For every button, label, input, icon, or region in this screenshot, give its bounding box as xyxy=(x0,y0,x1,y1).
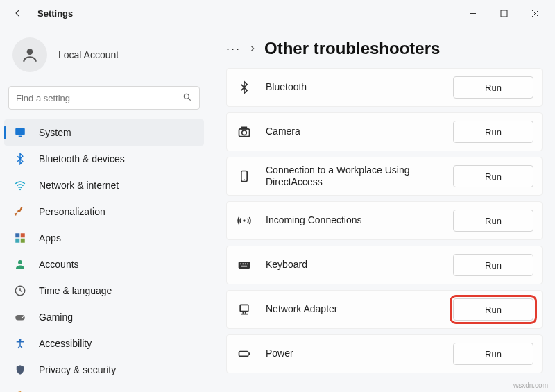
nav-list: SystemBluetooth & devicesNetwork & inter… xyxy=(4,119,204,392)
svg-rect-37 xyxy=(239,352,248,357)
troubleshooter-row-keyboard: KeyboardRun xyxy=(226,246,543,284)
breadcrumb: ··· Other troubleshooters xyxy=(226,39,543,58)
camera-icon xyxy=(235,123,253,141)
nav-item-label: Accounts xyxy=(39,259,79,270)
phone-icon xyxy=(235,167,253,185)
svg-rect-38 xyxy=(249,352,250,355)
svg-rect-7 xyxy=(15,128,25,135)
svg-rect-30 xyxy=(245,264,246,265)
svg-point-26 xyxy=(243,219,245,221)
search-box[interactable] xyxy=(8,86,200,110)
shield-icon xyxy=(12,362,28,377)
run-button-camera[interactable]: Run xyxy=(453,121,533,143)
back-button[interactable] xyxy=(8,3,28,23)
apps-icon xyxy=(12,230,28,246)
nav-item-privacy-security[interactable]: Privacy & security xyxy=(4,357,204,383)
svg-point-20 xyxy=(19,339,22,341)
troubleshooter-label: Camera xyxy=(266,126,453,138)
svg-point-15 xyxy=(18,260,22,264)
minimize-button[interactable] xyxy=(457,3,488,24)
nav-item-apps[interactable]: Apps xyxy=(4,225,204,251)
search-input[interactable] xyxy=(16,93,182,103)
troubleshooter-label: Network Adapter xyxy=(266,303,453,316)
nav-item-system[interactable]: System xyxy=(4,119,204,146)
account-header[interactable]: Local Account xyxy=(4,31,204,86)
chevron-right-icon xyxy=(249,43,256,54)
svg-rect-31 xyxy=(247,264,248,265)
brush-icon xyxy=(12,204,28,219)
page-title: Other troubleshooters xyxy=(264,39,440,58)
keyboard-icon xyxy=(235,256,253,274)
nav-item-time-language[interactable]: Time & language xyxy=(4,278,204,304)
nav-item-label: Privacy & security xyxy=(39,364,116,375)
sidebar: Local Account SystemBluetooth & devicesN… xyxy=(0,26,208,392)
nav-item-windows-update[interactable]: Windows Update xyxy=(4,383,204,392)
monitor-icon xyxy=(12,125,28,140)
run-button-keyboard[interactable]: Run xyxy=(453,254,533,276)
svg-rect-12 xyxy=(21,233,25,237)
nav-item-label: Personalization xyxy=(39,206,105,217)
run-button-power[interactable]: Run xyxy=(453,343,533,365)
nav-item-label: Accessibility xyxy=(39,338,92,349)
troubleshooter-row-bluetooth: BluetoothRun xyxy=(226,68,543,107)
nav-item-bluetooth-devices[interactable]: Bluetooth & devices xyxy=(4,146,204,172)
titlebar: Settings xyxy=(0,0,555,26)
nav-item-accounts[interactable]: Accounts xyxy=(4,251,204,278)
gamepad-icon xyxy=(12,309,28,325)
svg-line-6 xyxy=(189,98,191,100)
nav-item-label: Apps xyxy=(39,232,61,244)
account-name: Local Account xyxy=(58,49,119,60)
window-title: Settings xyxy=(37,8,73,19)
svg-rect-11 xyxy=(15,233,19,237)
svg-point-9 xyxy=(19,189,21,190)
bluetooth-icon xyxy=(235,78,253,96)
watermark: wsxdn.com xyxy=(513,382,548,389)
troubleshooter-row-power: PowerRun xyxy=(226,334,543,373)
breadcrumb-more-button[interactable]: ··· xyxy=(226,42,241,56)
clock-icon xyxy=(12,283,28,298)
maximize-button[interactable] xyxy=(488,3,520,24)
nav-item-label: Bluetooth & devices xyxy=(39,153,125,164)
svg-point-19 xyxy=(23,316,24,317)
update-icon xyxy=(12,389,28,392)
nav-item-label: Network & internet xyxy=(39,180,119,191)
svg-point-4 xyxy=(27,49,33,55)
troubleshooter-row-network-adapter: Network AdapterRun xyxy=(226,290,543,329)
svg-point-5 xyxy=(184,94,189,99)
network-adapter-icon xyxy=(235,300,253,318)
svg-rect-1 xyxy=(501,10,507,17)
troubleshooter-row-camera: CameraRun xyxy=(226,112,543,151)
svg-rect-10 xyxy=(19,207,23,212)
person-icon xyxy=(12,257,28,272)
run-button-network-adapter[interactable]: Run xyxy=(453,298,533,321)
nav-item-label: Gaming xyxy=(39,312,73,323)
troubleshooter-label: Keyboard xyxy=(266,259,453,271)
battery-icon xyxy=(235,345,253,363)
wifi-icon xyxy=(12,178,28,193)
run-button-bluetooth[interactable]: Run xyxy=(453,76,533,99)
svg-rect-17 xyxy=(15,315,25,321)
troubleshooter-row-incoming-connections: Incoming ConnectionsRun xyxy=(226,201,543,240)
svg-point-25 xyxy=(244,179,245,180)
nav-item-label: Time & language xyxy=(39,285,112,296)
signal-icon xyxy=(235,212,253,230)
nav-item-network-internet[interactable]: Network & internet xyxy=(4,172,204,198)
nav-item-gaming[interactable]: Gaming xyxy=(4,304,204,330)
run-button-incoming-connections[interactable]: Run xyxy=(453,210,533,232)
troubleshooter-list: BluetoothRunCameraRunConnection to a Wor… xyxy=(226,68,543,373)
svg-rect-27 xyxy=(239,262,250,269)
svg-rect-28 xyxy=(240,264,241,265)
svg-rect-32 xyxy=(241,266,247,267)
nav-item-personalization[interactable]: Personalization xyxy=(4,198,204,225)
troubleshooter-label: Power xyxy=(266,348,453,360)
svg-rect-8 xyxy=(19,136,22,137)
nav-item-accessibility[interactable]: Accessibility xyxy=(4,330,204,357)
troubleshooter-label: Bluetooth xyxy=(266,81,453,94)
run-button-workplace-directaccess[interactable]: Run xyxy=(453,165,533,187)
troubleshooter-label: Incoming Connections xyxy=(266,214,453,227)
svg-rect-14 xyxy=(21,239,25,243)
troubleshooter-row-workplace-directaccess: Connection to a Workplace Using DirectAc… xyxy=(226,157,543,196)
close-button[interactable] xyxy=(520,3,551,24)
avatar xyxy=(12,37,47,72)
bluetooth-icon xyxy=(12,151,28,167)
